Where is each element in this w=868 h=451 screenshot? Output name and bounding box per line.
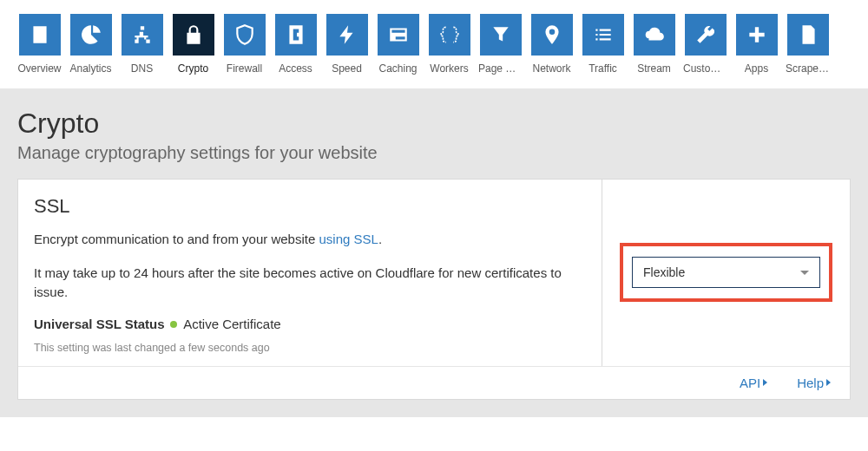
ssl-desc-suffix: . (378, 232, 382, 246)
nav-workers[interactable]: Workers (427, 14, 471, 75)
nav-label: Scrape S... (786, 62, 830, 75)
help-link[interactable]: Help (797, 376, 831, 390)
page-subtitle: Manage cryptography settings for your we… (17, 143, 851, 163)
braces-icon (438, 23, 461, 46)
nav-label: Crypto (178, 62, 208, 75)
nav-label: Workers (430, 62, 468, 75)
nav-caching[interactable]: Caching (376, 14, 420, 75)
ssl-status-label: Universal SSL Status (34, 317, 165, 331)
document-icon (29, 23, 51, 46)
lock-icon (182, 23, 205, 46)
nav-scrape[interactable]: Scrape S... (786, 14, 830, 75)
page-body: Crypto Manage cryptography settings for … (0, 88, 868, 417)
pie-icon (80, 23, 102, 46)
door-icon (285, 23, 307, 46)
ssl-card-left: SSL Encrypt communication to and from yo… (18, 180, 602, 366)
drive-icon (387, 23, 410, 46)
nav-firewall[interactable]: Firewall (222, 14, 266, 75)
highlight-box: Flexible (620, 243, 832, 302)
nav-label: Traffic (589, 62, 617, 75)
ssl-last-changed: This setting was last changed a few seco… (34, 342, 582, 354)
nav-access[interactable]: Access (273, 14, 318, 75)
page-header: Crypto Manage cryptography settings for … (17, 88, 851, 179)
caret-right-icon (826, 379, 831, 386)
svg-point-0 (297, 34, 299, 36)
pin-icon (541, 23, 563, 46)
tree-icon (131, 23, 154, 46)
nav-label: Page Rules (478, 62, 523, 75)
nav-speed[interactable]: Speed (325, 14, 369, 75)
nav-label: Access (279, 62, 312, 75)
nav-network[interactable]: Network (529, 14, 574, 75)
bolt-icon (336, 23, 358, 46)
card-footer: API Help (18, 366, 850, 399)
nav-overview[interactable]: Overview (17, 14, 62, 75)
ssl-card: SSL Encrypt communication to and from yo… (17, 179, 851, 400)
ssl-link[interactable]: using SSL (319, 232, 378, 246)
caret-right-icon (763, 379, 767, 386)
ssl-status-value: Active Certificate (183, 317, 281, 331)
nav-analytics[interactable]: Analytics (69, 14, 113, 75)
nav-custom[interactable]: Custom ... (683, 14, 727, 75)
nav-label: Caching (378, 62, 417, 75)
ssl-description: Encrypt communication to and from your w… (34, 230, 582, 250)
funnel-icon (490, 23, 512, 46)
ssl-card-right: Flexible (602, 180, 850, 366)
nav-stream[interactable]: Stream (632, 14, 676, 75)
wrench-icon (694, 23, 717, 46)
nav-label: Apps (745, 62, 768, 75)
cloud-icon (643, 23, 666, 46)
ssl-mode-select[interactable]: Flexible (632, 257, 820, 288)
nav-label: Firewall (227, 62, 262, 75)
ssl-title: SSL (34, 195, 582, 218)
ssl-desc-prefix: Encrypt communication to and from your w… (34, 232, 319, 246)
nav-label: Overview (17, 62, 61, 75)
plus-icon (746, 23, 768, 46)
ssl-status-line: Universal SSL Status Active Certificate (34, 317, 582, 331)
nav-label: Network (532, 62, 570, 75)
page-title: Crypto (17, 108, 851, 140)
nav-traffic[interactable]: Traffic (581, 14, 625, 75)
ssl-note: It may take up to 24 hours after the sit… (34, 264, 582, 303)
ssl-mode-value: Flexible (643, 265, 685, 279)
file-icon (797, 23, 819, 46)
nav-label: Analytics (69, 62, 111, 75)
list-icon (592, 23, 615, 46)
nav-label: DNS (131, 62, 153, 75)
top-nav: Overview Analytics DNS Crypto Firewall A… (0, 0, 868, 82)
svg-point-1 (392, 37, 394, 39)
shield-icon (233, 23, 256, 46)
nav-page-rules[interactable]: Page Rules (478, 14, 523, 75)
nav-crypto[interactable]: Crypto (171, 14, 215, 75)
status-dot-icon (170, 321, 177, 328)
nav-dns[interactable]: DNS (120, 14, 164, 75)
chevron-down-icon (800, 271, 809, 275)
nav-label: Custom ... (683, 62, 727, 75)
api-link-label: API (740, 376, 760, 390)
api-link[interactable]: API (740, 376, 767, 390)
nav-label: Speed (332, 62, 362, 75)
nav-label: Stream (637, 62, 671, 75)
nav-apps[interactable]: Apps (734, 14, 779, 75)
help-link-label: Help (797, 376, 824, 390)
